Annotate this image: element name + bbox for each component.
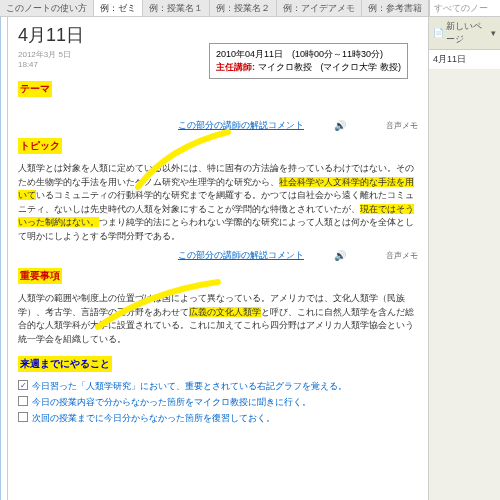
audio-icon[interactable]: 🔊 [334,250,346,261]
heading-topic: トピック [18,138,62,154]
heading-theme: テーマ [18,81,52,97]
check-item-3[interactable]: 次回の授業までに今日分からなかった箇所を復習しておく。 [18,412,418,425]
important-paragraph: 人類学の範囲や制度上の位置づけは国によって異なっている。アメリカでは、文化人類学… [18,292,418,346]
audio-icon[interactable]: 🔊 [334,120,346,131]
search-input[interactable]: すべてのノートブックの検索 (Ctrl+E) [429,0,500,16]
heading-todo: 来週までにやること [18,356,112,372]
page-sidebar: 📄 新しいページ ▾ 4月11日 [428,17,500,500]
lecture-info-box: 2010年04月11日 (10時00分～11時30分) 主任講師: マイクロ教授… [209,43,408,79]
lecture-datetime: 2010年04月11日 (10時00分～11時30分) [216,48,401,61]
audio-label-2: 音声メモ [386,250,418,261]
main-area: 4月11日 2012年3月 5日18:47 2010年04月11日 (10時00… [0,17,500,500]
tab-idea[interactable]: 例：アイデアメモ [277,0,362,16]
note-content[interactable]: 4月11日 2012年3月 5日18:47 2010年04月11日 (10時00… [8,17,428,500]
tab-books[interactable]: 例：参考書籍 [362,0,429,16]
heading-important: 重要事項 [18,268,62,284]
comment-link-1[interactable]: この部分の講師の解説コメント [178,119,304,132]
audio-label-1: 音声メモ [386,120,418,131]
new-page-button[interactable]: 📄 新しいページ ▾ [429,17,500,50]
chevron-down-icon[interactable]: ▾ [491,28,496,38]
check-item-2[interactable]: 今日の授業内容で分からなかった箇所をマイクロ教授に聞きに行く。 [18,396,418,409]
tab-class2[interactable]: 例：授業名２ [210,0,277,16]
new-page-icon: 📄 [433,28,444,38]
tab-bar: このノートの使い方 例：ゼミ 例：授業名１ 例：授業名２ 例：アイデアメモ 例：… [0,0,500,17]
check-item-1[interactable]: ✓ 今日習った「人類学研究」において、重要とされている右記グラフを覚える。 [18,380,418,393]
tab-class1[interactable]: 例：授業名１ [143,0,210,16]
checkbox-icon[interactable] [18,396,28,406]
checkbox-icon[interactable] [18,412,28,422]
page-list-item[interactable]: 4月11日 [429,50,500,70]
comment-link-2[interactable]: この部分の講師の解説コメント [178,249,304,262]
lecturer-name: マイクロ教授 (マイクロ大学 教授) [258,62,402,72]
tab-howto[interactable]: このノートの使い方 [0,0,94,16]
ruled-margin [0,17,8,500]
todo-checklist: ✓ 今日習った「人類学研究」において、重要とされている右記グラフを覚える。 今日… [18,380,418,425]
tab-seminar[interactable]: 例：ゼミ [94,0,143,16]
topic-paragraph: 人類学とは対象を人類に定めている以外には、特に固有の方法論を持っているわけではな… [18,162,418,243]
checkbox-icon[interactable]: ✓ [18,380,28,390]
lecturer-role: 主任講師: [216,62,255,72]
